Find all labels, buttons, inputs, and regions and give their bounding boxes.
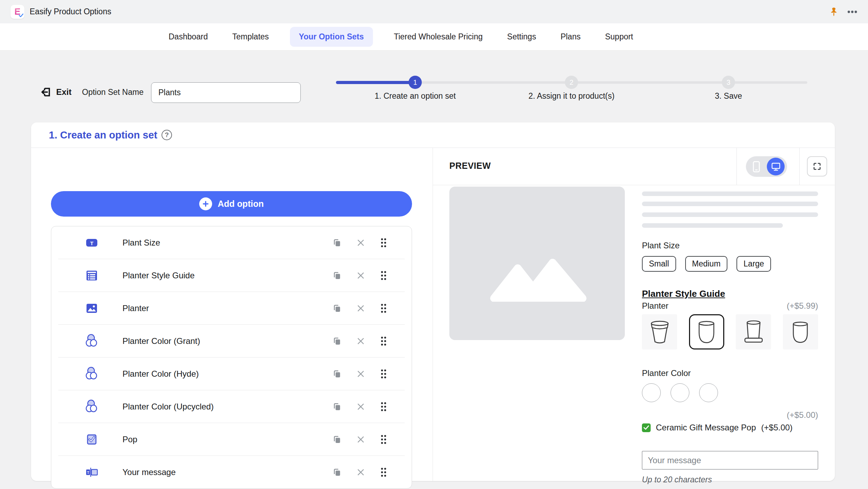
planter-style-3-thumb[interactable] bbox=[736, 314, 771, 349]
planter-color-swatches bbox=[642, 383, 818, 402]
drag-handle[interactable] bbox=[380, 434, 387, 445]
delete-option-button[interactable] bbox=[356, 467, 366, 477]
step-1-circle[interactable]: 1 bbox=[409, 76, 422, 89]
kebab-menu-icon bbox=[847, 10, 858, 14]
nav-item-plans[interactable]: Plans bbox=[557, 27, 584, 47]
main-nav: Dashboard Templates Your Option Sets Tie… bbox=[0, 23, 868, 51]
duplicate-option-button[interactable] bbox=[332, 238, 342, 248]
drag-handle[interactable] bbox=[380, 467, 387, 477]
planter-price-note: (+$5.99) bbox=[787, 301, 818, 311]
step-2-circle[interactable]: 2 bbox=[565, 76, 578, 89]
drag-handle[interactable] bbox=[380, 303, 387, 314]
duplicate-option-button[interactable] bbox=[332, 336, 342, 346]
exit-button[interactable]: Exit bbox=[40, 83, 72, 101]
duplicate-option-button[interactable] bbox=[332, 435, 342, 444]
add-option-label: Add option bbox=[218, 199, 264, 209]
planter-color-label: Planter Color bbox=[642, 368, 818, 378]
delete-option-button[interactable] bbox=[356, 238, 366, 248]
plant-size-label: Plant Size bbox=[642, 241, 818, 250]
planter-color-price-note: (+$5.00) bbox=[642, 410, 818, 420]
drag-dots-icon bbox=[380, 336, 387, 346]
planter-style-1-thumb[interactable] bbox=[642, 314, 677, 349]
drag-handle[interactable] bbox=[380, 270, 387, 281]
delete-option-button[interactable] bbox=[356, 402, 366, 412]
planter-style-2-thumb-selected[interactable] bbox=[689, 314, 724, 349]
step-3-circle[interactable]: 3 bbox=[722, 76, 735, 89]
svg-text:T: T bbox=[87, 471, 89, 475]
add-option-button[interactable]: Add option bbox=[51, 191, 412, 217]
option-label: Planter Style Guide bbox=[122, 271, 195, 280]
color-swatch-icon bbox=[84, 399, 99, 414]
drag-handle[interactable] bbox=[380, 336, 387, 346]
duplicate-option-button[interactable] bbox=[332, 402, 342, 412]
duplicate-icon bbox=[332, 336, 342, 346]
option-label: Planter Color (Grant) bbox=[122, 336, 200, 346]
duplicate-option-button[interactable] bbox=[332, 303, 342, 313]
help-icon[interactable]: ? bbox=[162, 130, 172, 140]
your-message-input[interactable] bbox=[642, 451, 818, 469]
size-large-button[interactable]: Large bbox=[736, 256, 771, 272]
size-medium-button[interactable]: Medium bbox=[685, 256, 728, 272]
preview-product-column: Plant Size Small Medium Large Planter St… bbox=[642, 148, 818, 484]
tapered-pot-icon bbox=[646, 318, 674, 346]
plus-icon bbox=[199, 197, 212, 210]
planter-style-guide-link[interactable]: Planter Style Guide bbox=[642, 288, 725, 299]
drag-dots-icon bbox=[380, 467, 387, 477]
duplicate-option-button[interactable] bbox=[332, 369, 342, 379]
text-field-icon: T bbox=[84, 465, 99, 480]
button-swatch-icon: T bbox=[84, 235, 99, 250]
option-set-name-label: Option Set Name bbox=[82, 88, 143, 97]
option-row: Planter Color (Upcycled) bbox=[51, 390, 412, 423]
nav-item-tiered-wholesale-pricing[interactable]: Tiered Wholesale Pricing bbox=[390, 27, 486, 47]
gift-message-checkbox-checked[interactable] bbox=[642, 423, 651, 432]
duplicate-option-button[interactable] bbox=[332, 467, 342, 477]
color-swatch-cream[interactable] bbox=[671, 383, 689, 402]
check-icon bbox=[643, 425, 649, 430]
drag-handle[interactable] bbox=[380, 369, 387, 379]
round-pot-icon bbox=[693, 318, 720, 346]
step-2-label[interactable]: 2. Assign it to product(s) bbox=[484, 91, 659, 101]
app-logo: E bbox=[10, 5, 24, 19]
svg-text:T: T bbox=[90, 240, 93, 246]
option-row: Planter Color (Hyde) bbox=[51, 358, 412, 390]
drag-dots-icon bbox=[380, 401, 387, 412]
option-set-name-input[interactable] bbox=[151, 82, 301, 103]
color-swatch-icon bbox=[84, 367, 99, 381]
gift-message-pop-row: Ceramic Gift Message Pop (+$5.00) bbox=[642, 423, 818, 432]
create-option-set-card: 1. Create an option set ? Add option T bbox=[31, 122, 835, 481]
step-3-label[interactable]: 3. Save bbox=[641, 91, 816, 101]
duplicate-option-button[interactable] bbox=[332, 271, 342, 280]
delete-option-button[interactable] bbox=[356, 271, 366, 280]
size-small-button[interactable]: Small bbox=[642, 256, 676, 272]
nav-item-templates[interactable]: Templates bbox=[229, 27, 272, 47]
step-1-label[interactable]: 1. Create an option set bbox=[328, 91, 502, 101]
delete-option-button[interactable] bbox=[356, 435, 366, 444]
planter-style-4-thumb[interactable] bbox=[783, 314, 818, 349]
drag-handle[interactable] bbox=[380, 401, 387, 412]
color-swatch-terracotta[interactable] bbox=[699, 383, 718, 402]
drag-handle[interactable] bbox=[380, 238, 387, 248]
nav-item-settings[interactable]: Settings bbox=[504, 27, 540, 47]
card-title: 1. Create an option set bbox=[49, 129, 157, 141]
exit-icon bbox=[40, 86, 52, 98]
nav-item-support[interactable]: Support bbox=[601, 27, 637, 47]
delete-option-button[interactable] bbox=[356, 303, 366, 313]
pin-button[interactable] bbox=[829, 7, 839, 17]
more-menu-button[interactable] bbox=[847, 10, 858, 14]
preview-title: PREVIEW bbox=[449, 161, 491, 171]
planter-label: Planter bbox=[642, 301, 668, 311]
drag-dots-icon bbox=[380, 369, 387, 379]
nav-item-your-option-sets[interactable]: Your Option Sets bbox=[290, 27, 373, 47]
plain-round-pot-icon bbox=[786, 318, 814, 346]
easify-app-page: E Easify Product Options Dashboard Templ… bbox=[0, 0, 868, 489]
gift-message-price-note: (+$5.00) bbox=[761, 423, 793, 432]
option-row: Pop bbox=[51, 423, 412, 456]
nav-item-dashboard[interactable]: Dashboard bbox=[165, 27, 211, 47]
option-label: Planter Color (Hyde) bbox=[122, 369, 199, 379]
skeleton-text-line bbox=[642, 202, 818, 206]
close-icon bbox=[356, 336, 366, 346]
delete-option-button[interactable] bbox=[356, 369, 366, 379]
color-swatch-charcoal[interactable] bbox=[642, 383, 661, 402]
delete-option-button[interactable] bbox=[356, 336, 366, 346]
drag-dots-icon bbox=[380, 303, 387, 314]
